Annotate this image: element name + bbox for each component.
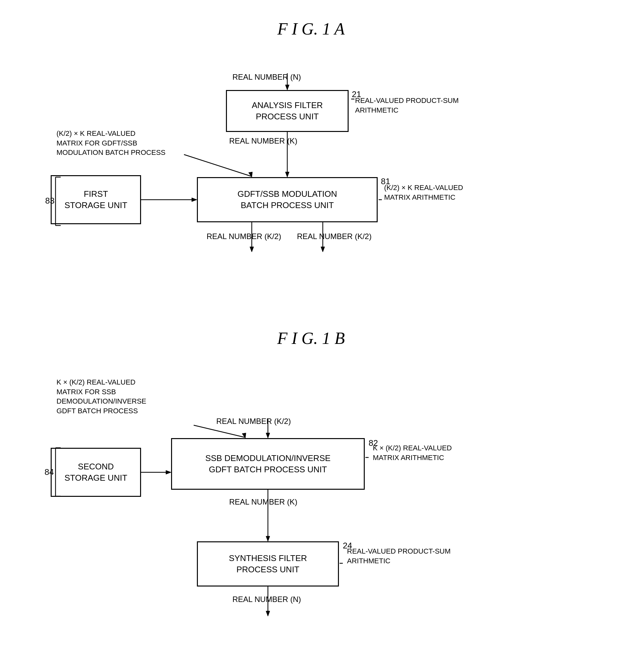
ref21-label: REAL-VALUED PRODUCT-SUM ARITHMETIC — [355, 96, 471, 115]
synthesis-filter-box: SYNTHESIS FILTER PROCESS UNIT — [197, 542, 339, 587]
ref-84: 84 — [44, 467, 54, 477]
gdft-batch-box: GDFT/SSB MODULATION BATCH PROCESS UNIT — [197, 177, 378, 222]
svg-marker-20 — [166, 471, 171, 474]
arrow-label-bottom-1b: REAL NUMBER (N) — [232, 594, 301, 605]
svg-marker-29 — [266, 611, 270, 616]
ref82-label: K × (K/2) REAL-VALUED MATRIX ARITHMETIC — [373, 443, 495, 462]
arrow-label-top-in-1a: REAL NUMBER (N) — [232, 72, 301, 82]
arrow-label-mid-1a: REAL NUMBER (K) — [229, 136, 297, 146]
ref81-label: (K/2) × K REAL-VALUED MATRIX ARITHMETIC — [384, 183, 507, 202]
ref-83: 83 — [45, 196, 55, 206]
svg-marker-5 — [192, 198, 197, 201]
matrix-input-label-1b: K × (K/2) REAL-VALUED MATRIX FOR SSB DEM… — [57, 377, 192, 416]
svg-marker-14 — [321, 247, 325, 252]
fig1a-title: F I G. 1 A — [26, 20, 596, 38]
svg-line-9 — [184, 154, 252, 177]
ref24-label: REAL-VALUED PRODUCT-SUM ARITHMETIC — [347, 547, 470, 565]
second-storage-box: SECOND STORAGE UNIT — [51, 448, 141, 497]
svg-marker-18 — [266, 433, 270, 438]
svg-marker-1 — [285, 85, 289, 90]
svg-marker-27 — [266, 536, 270, 542]
svg-marker-3 — [285, 172, 289, 177]
svg-marker-25 — [242, 433, 246, 438]
first-storage-box: FIRST STORAGE UNIT — [51, 175, 141, 224]
analysis-filter-label: ANALYSIS FILTER PROCESS UNIT — [252, 100, 323, 122]
fig1b-diagram: SECOND STORAGE UNIT SSB DEMODULATION/INV… — [26, 361, 596, 670]
gdft-batch-label: GDFT/SSB MODULATION BATCH PROCESS UNIT — [238, 188, 337, 211]
ssb-demod-box: SSB DEMODULATION/INVERSE GDFT BATCH PROC… — [171, 438, 365, 490]
fig1a-diagram: ANALYSIS FILTER PROCESS UNIT GDFT/SSB MO… — [26, 51, 596, 303]
svg-marker-12 — [250, 247, 254, 252]
arrow-label-bottom2-1a: REAL NUMBER (K/2) — [297, 231, 372, 241]
arrow-label-mid-1b: REAL NUMBER (K) — [229, 497, 297, 507]
analysis-filter-box: ANALYSIS FILTER PROCESS UNIT — [226, 90, 349, 132]
arrow-label-bottom-1a: REAL NUMBER (K/2) — [207, 231, 281, 241]
first-storage-label: FIRST STORAGE UNIT — [65, 188, 128, 211]
matrix-input-label-1a: (K/2) × K REAL-VALUED MATRIX FOR GDFT/SS… — [57, 129, 182, 157]
ssb-demod-label: SSB DEMODULATION/INVERSE GDFT BATCH PROC… — [205, 453, 331, 475]
svg-marker-10 — [248, 172, 252, 177]
synthesis-filter-label: SYNTHESIS FILTER PROCESS UNIT — [229, 553, 307, 575]
second-storage-label: SECOND STORAGE UNIT — [65, 461, 128, 484]
page: F I G. 1 A ANALYSIS FILTER PROCESS UNIT … — [0, 0, 622, 672]
svg-line-24 — [194, 425, 245, 438]
arrow-label-top-in-1b: REAL NUMBER (K/2) — [216, 416, 291, 426]
fig1b-title: F I G. 1 B — [26, 329, 596, 348]
